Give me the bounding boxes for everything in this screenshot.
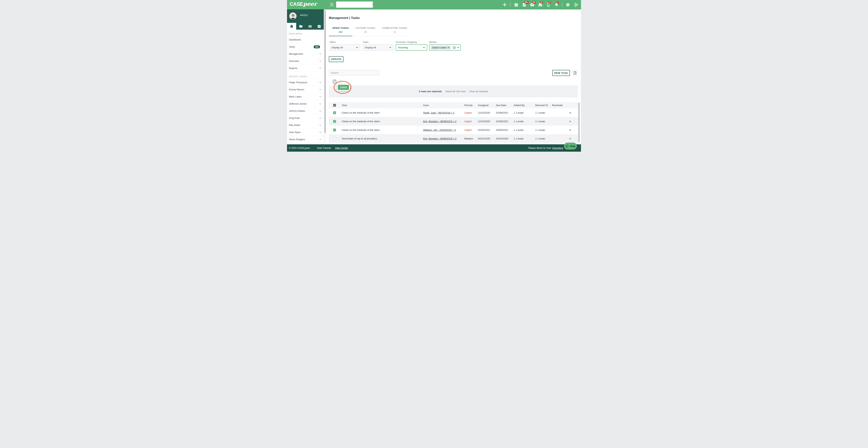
table-scrollbar[interactable] [578, 102, 580, 144]
clear-selection-icon[interactable]: ✕ [453, 46, 456, 49]
recent-case-mark-lopez[interactable]: Mark Lopez [287, 93, 324, 100]
row-checkbox[interactable] [333, 137, 336, 140]
select-tasks-clipboard-icon[interactable] [333, 79, 337, 85]
chevron-down-icon [319, 103, 321, 105]
sidebar-item-label: John Ryan [289, 131, 301, 134]
notifications-bell-button[interactable]: 1 [554, 2, 559, 7]
chevron-down-icon [319, 110, 321, 112]
col-header-due-date: Due Date [496, 102, 514, 108]
added-by-value: J. Lovato [514, 137, 524, 140]
worker-filter-select[interactable]: Jaclyn Lovato ✕ ✕ [429, 44, 461, 51]
add-new-button[interactable] [502, 2, 507, 7]
phone-button[interactable]: 3 [546, 2, 551, 7]
new-task-button[interactable]: NEW TASK [552, 70, 570, 76]
row-expand-caret[interactable] [569, 129, 571, 131]
chevron-down-icon [423, 47, 425, 48]
tab-cases[interactable] [296, 23, 305, 30]
sidebar-item-management[interactable]: Management [287, 50, 324, 57]
sidebar-item-tasks[interactable]: Tasks162 [287, 43, 324, 50]
due-date-value: 02/08/2021 [496, 120, 508, 123]
select-all-checkbox[interactable] [333, 104, 336, 107]
row-expand-caret[interactable] [569, 137, 571, 140]
col-header-task: Task [342, 102, 423, 108]
tasks-button[interactable]: 99+ [522, 2, 527, 7]
chevron-down-icon [319, 117, 321, 119]
delete-button[interactable]: Delete [338, 85, 349, 90]
team-filter-select[interactable]: Display All [363, 44, 393, 51]
search-icon[interactable] [372, 3, 375, 6]
tasks-count-badge: 99+ [524, 1, 529, 4]
remove-worker-chip-icon[interactable]: ✕ [447, 46, 449, 49]
sidebar-item-label: Johnny Dubois [289, 109, 305, 112]
chevron-down-icon [389, 47, 391, 48]
tab-home[interactable] [287, 23, 296, 30]
chevron-down-icon [319, 132, 321, 133]
logo-text-peer: peer [303, 1, 317, 7]
recent-case-jefferson-james[interactable]: Jefferson James [287, 100, 324, 107]
tab-future-tasks[interactable]: FUTURE TASKS 50 [352, 25, 379, 36]
hamburger-menu-icon[interactable] [330, 3, 334, 6]
row-expand-caret[interactable] [569, 120, 571, 123]
clear-all-link[interactable]: Clear all selected [469, 90, 488, 93]
calendar-button[interactable] [514, 2, 519, 7]
chevron-down-icon [319, 89, 321, 90]
chevron-down-icon [457, 47, 459, 48]
help-center-link[interactable]: Help Center [335, 144, 348, 152]
recent-case-johnny-dubois[interactable]: Johnny Dubois [287, 107, 324, 114]
start-tutorial-link[interactable]: Start Tutorial [317, 144, 331, 152]
sidebar-item-overview[interactable]: Overview [287, 57, 324, 64]
tab-contacts[interactable] [305, 23, 315, 30]
row-expand-caret[interactable] [569, 111, 571, 114]
tab-completed-tasks[interactable]: COMPLETED TASKS 10 [379, 25, 410, 36]
logout-button[interactable] [574, 2, 578, 7]
bulk-actions-menu: Delete [337, 84, 350, 91]
table-search-input[interactable] [329, 70, 380, 76]
inbox-button[interactable]: 5 [538, 2, 543, 7]
sidebar-item-dashboard[interactable]: Dashboard [287, 36, 324, 43]
settings-gear-button[interactable] [565, 2, 570, 7]
recent-case-greg-katz[interactable]: Greg Katz [287, 114, 324, 122]
case-link[interactable]: Kim, Brandon - 06/06/2019 + 2 [423, 137, 456, 140]
row-checkbox[interactable] [333, 120, 336, 123]
col-header-priority: Priority [464, 102, 478, 108]
global-search-input[interactable] [336, 3, 372, 6]
avatar[interactable] [289, 12, 297, 20]
sidebar-scrollbar[interactable] [324, 9, 326, 144]
update-button[interactable]: UPDATE [329, 56, 343, 62]
assigned-date-value: 12/10/2020 [478, 120, 490, 123]
mail-button[interactable]: 92 [530, 2, 535, 7]
sidebar-item-label: Management [289, 53, 303, 55]
main-content: Management | Tasks OPEN TASKS 162 FUTURE… [326, 9, 581, 144]
logo-text-case: CASE [290, 1, 303, 7]
tasks-table: Task Case Priority Assigned Due Date Add… [329, 102, 578, 143]
row-checkbox[interactable] [333, 111, 336, 114]
tab-open-tasks[interactable]: OPEN TASKS 162 [329, 25, 352, 36]
worker-filter-label: Worker [429, 41, 437, 43]
export-button[interactable] [572, 70, 578, 76]
help-chat-button[interactable]: Help [564, 142, 577, 150]
recent-case-john-ryan[interactable]: John Ryan [287, 129, 324, 136]
footer: © 2021 CASEpeer Start Tutorial Help Cent… [287, 144, 581, 152]
case-link[interactable]: Kim, Brandon - 06/06/2019 + 2 [423, 120, 456, 123]
select-all-link[interactable]: Select all 162 rows [445, 90, 466, 93]
casepeer-logo[interactable]: CASEpeer [290, 1, 317, 7]
priority-value: Medium [464, 137, 473, 140]
row-checkbox[interactable] [333, 129, 336, 131]
recent-case-rita-smith[interactable]: Rita Smith [287, 122, 324, 129]
office-filter-select[interactable]: Display All [330, 44, 360, 51]
recent-case-steve-rodgers[interactable]: Steve Rodgers [287, 136, 324, 143]
recent-case-emma-nelson[interactable]: Emma Nelson [287, 86, 324, 93]
chevron-down-icon [319, 82, 321, 83]
recent-case-paige-thompson[interactable]: Paige Thompson [287, 79, 324, 86]
questions-link[interactable]: Questions [552, 147, 563, 150]
main-menu-heading: MAIN MENU [289, 33, 324, 35]
worker-chip: Jaclyn Lovato ✕ [431, 46, 451, 50]
bulk-actions-kebab-icon[interactable]: ⋮ [339, 79, 343, 84]
sidebar-item-label: Steve Rodgers [289, 138, 305, 141]
case-link[interactable]: Williams, Jim - 03/04/2018 + 3 [423, 129, 456, 131]
sidebar-item-reports[interactable]: Reports [287, 64, 324, 72]
case-link[interactable]: Smith, Judy - 09/14/2016 + 2 [423, 111, 455, 114]
incoming-outgoing-filter-select[interactable]: Incoming [396, 44, 427, 51]
table-row: Check on the medicals of the clientKim, … [329, 117, 578, 126]
tab-calendar[interactable] [315, 23, 324, 30]
